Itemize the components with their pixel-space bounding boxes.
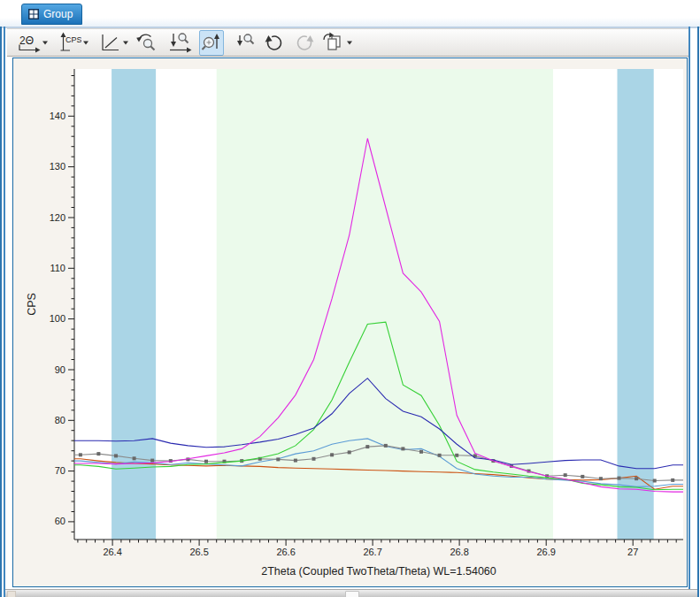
scrollbar-grip[interactable] [345, 591, 359, 597]
x-tick-label: 27 [627, 547, 638, 557]
scan-gray-marker [79, 453, 82, 456]
redo-icon [294, 31, 316, 54]
scan-gray-marker [581, 475, 584, 478]
xrd-chart[interactable]: 6070809010011012013014026.426.526.626.72… [13, 58, 688, 586]
scan-gray-marker [384, 444, 388, 448]
scan-gray-marker [438, 454, 442, 457]
scan-gray-marker [276, 457, 280, 461]
two-theta-axis-icon: 2Θ [16, 31, 41, 54]
export-copy-icon [320, 31, 345, 54]
tab-group[interactable]: Group [21, 4, 82, 25]
chevron-down-icon [122, 41, 129, 45]
x-tick-label: 26.6 [276, 547, 295, 557]
scan-gray-marker [401, 447, 404, 450]
scan-gray-marker [653, 479, 657, 483]
zoom-previous-icon [135, 31, 158, 54]
undo-icon [263, 31, 285, 54]
zoom-out-button[interactable] [233, 30, 258, 56]
y-tick-label: 110 [50, 263, 65, 273]
y-axis-scale-button[interactable]: CPS [58, 30, 90, 56]
y-axis-title: CPS [26, 293, 38, 316]
scan-gray-marker [455, 454, 458, 457]
x-axis-scale-button[interactable]: 2Θ [15, 30, 50, 56]
scan-gray-marker [671, 478, 674, 482]
scale-mode-button[interactable] [97, 30, 130, 56]
scan-gray-marker [312, 457, 316, 461]
window-border-right-inner [688, 27, 690, 597]
linear-scale-icon [98, 31, 121, 54]
redo-button[interactable] [293, 30, 317, 56]
y-tick-label: 120 [50, 212, 65, 223]
scan-gray-marker [348, 450, 351, 454]
scan-gray-marker [114, 454, 118, 457]
zoom-in-icon [200, 31, 223, 54]
chart-panel: 6070809010011012013014026.426.526.626.72… [12, 57, 688, 587]
zoom-to-range-icon [167, 31, 192, 54]
y-tick-label: 60 [55, 516, 65, 526]
zoom-previous-button[interactable] [134, 30, 158, 56]
x-tick-label: 26.5 [189, 547, 208, 557]
scrollbar-left-stub [7, 591, 16, 597]
x-tick-label: 26.7 [363, 547, 381, 557]
tab-label: Group [43, 8, 73, 20]
y-tick-label: 70 [55, 465, 65, 476]
scan-gray-marker [419, 450, 423, 454]
zoom-to-range-button[interactable] [166, 30, 193, 56]
cps-axis-icon: CPS [58, 31, 81, 54]
y-tick-label: 100 [50, 313, 65, 324]
scan-gray-marker [564, 473, 567, 477]
svg-text:CPS: CPS [65, 35, 81, 44]
zoom-out-icon [234, 31, 257, 54]
zoom-in-button[interactable] [199, 30, 224, 56]
scan-gray-marker [330, 453, 334, 456]
scan-gray-marker [599, 477, 603, 480]
chevron-down-icon [346, 41, 353, 45]
svg-text:2Θ: 2Θ [19, 34, 34, 47]
scan-gray-marker [618, 477, 621, 480]
undo-button[interactable] [262, 30, 286, 56]
chevron-down-icon [82, 41, 89, 45]
green-selection [217, 69, 553, 540]
y-tick-label: 90 [55, 364, 65, 375]
window-border-left-inner [4, 27, 5, 597]
horizontal-scrollbar[interactable] [5, 589, 697, 597]
tab-bar: Group [0, 0, 700, 27]
scan-gray-marker [96, 452, 100, 455]
scan-gray-marker [294, 459, 297, 463]
toolbar: 2Θ CPS [7, 28, 688, 57]
group-grid-icon [28, 9, 39, 19]
chevron-down-icon [42, 41, 49, 45]
y-tick-label: 80 [55, 415, 65, 425]
scan-gray-marker [635, 477, 638, 480]
window-border-right-outer [697, 27, 699, 597]
scan-gray-marker [133, 456, 136, 460]
x-tick-label: 26.9 [536, 547, 555, 557]
scan-gray-marker [150, 459, 154, 463]
scan-gray-marker [204, 460, 208, 463]
x-axis-title: 2Theta (Coupled TwoTheta/Theta) WL=1.540… [261, 565, 496, 578]
scan-gray-marker [365, 445, 369, 448]
x-tick-label: 26.8 [450, 547, 468, 557]
y-tick-label: 140 [50, 111, 65, 121]
export-copy-button[interactable] [319, 30, 354, 56]
window-border-left-outer [0, 27, 2, 597]
y-tick-label: 130 [50, 161, 65, 172]
x-tick-label: 26.4 [103, 547, 121, 557]
